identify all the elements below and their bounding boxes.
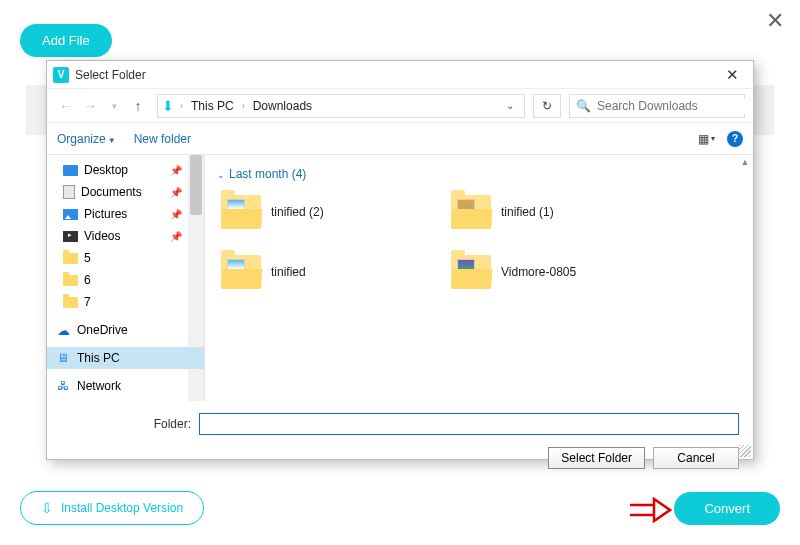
- tree-desktop[interactable]: Desktop📌: [47, 159, 204, 181]
- folder-content-pane: ▲ ⌄Last month (4) tinified (2) tinified …: [205, 155, 753, 401]
- breadcrumb[interactable]: ⬇ › This PC › Downloads ⌄: [157, 94, 525, 118]
- add-file-button[interactable]: Add File: [20, 24, 112, 57]
- dialog-close-icon[interactable]: ✕: [718, 64, 747, 86]
- documents-icon: [63, 185, 75, 199]
- organize-menu[interactable]: Organize▼: [57, 132, 116, 146]
- annotation-arrow-icon: [628, 497, 672, 523]
- folder-icon: [63, 275, 78, 286]
- chevron-down-icon: ▼: [108, 136, 116, 145]
- tree-pictures[interactable]: Pictures📌: [47, 203, 204, 225]
- videos-icon: [63, 231, 78, 242]
- cancel-button[interactable]: Cancel: [653, 447, 739, 469]
- svg-marker-2: [654, 499, 670, 521]
- folder-label: tinified: [271, 265, 306, 279]
- search-box[interactable]: 🔍: [569, 94, 745, 118]
- chevron-right-icon: ›: [178, 101, 185, 111]
- search-icon: 🔍: [576, 99, 591, 113]
- folder-icon: [63, 253, 78, 264]
- nav-back-icon[interactable]: ←: [55, 95, 77, 117]
- folder-item[interactable]: tinified: [217, 251, 447, 293]
- folder-name-input[interactable]: [199, 413, 739, 435]
- nav-forward-icon[interactable]: →: [79, 95, 101, 117]
- breadcrumb-segment[interactable]: This PC: [187, 97, 238, 115]
- pin-icon: 📌: [170, 165, 182, 176]
- downloads-path-icon: ⬇: [162, 98, 174, 114]
- folder-field-label: Folder:: [61, 417, 191, 431]
- search-input[interactable]: [597, 99, 747, 113]
- resize-grip-icon[interactable]: [739, 445, 751, 457]
- nav-recent-dropdown-icon[interactable]: ▾: [103, 95, 125, 117]
- install-desktop-button[interactable]: ⇩ Install Desktop Version: [20, 491, 204, 525]
- download-icon: ⇩: [41, 500, 53, 516]
- tree-documents[interactable]: Documents📌: [47, 181, 204, 203]
- path-dropdown-icon[interactable]: ⌄: [500, 100, 520, 111]
- tree-videos[interactable]: Videos📌: [47, 225, 204, 247]
- tree-onedrive[interactable]: ☁OneDrive: [47, 319, 204, 341]
- tree-this-pc[interactable]: 🖥This PC: [47, 347, 204, 369]
- pin-icon: 📌: [170, 209, 182, 220]
- refresh-button[interactable]: ↻: [533, 94, 561, 118]
- pin-icon: 📌: [170, 231, 182, 242]
- folder-icon: [221, 255, 261, 289]
- content-scroll-up-icon[interactable]: ▲: [737, 155, 753, 169]
- app-logo-icon: V: [53, 67, 69, 83]
- new-folder-button[interactable]: New folder: [134, 132, 191, 146]
- chevron-right-icon: ›: [240, 101, 247, 111]
- network-icon: 🖧: [55, 379, 71, 393]
- dialog-titlebar: V Select Folder ✕: [47, 61, 753, 89]
- chevron-down-icon: ⌄: [217, 170, 225, 180]
- desktop-icon: [63, 165, 78, 176]
- tree-folder-5[interactable]: 5: [47, 247, 204, 269]
- folder-icon: [451, 195, 491, 229]
- dialog-navbar: ← → ▾ ↑ ⬇ › This PC › Downloads ⌄ ↻ 🔍: [47, 89, 753, 123]
- folder-item[interactable]: tinified (1): [447, 191, 677, 233]
- nav-tree: Desktop📌 Documents📌 Pictures📌 Videos📌 5 …: [47, 155, 205, 401]
- help-icon[interactable]: ?: [727, 131, 743, 147]
- folder-icon: [221, 195, 261, 229]
- dialog-title: Select Folder: [75, 68, 718, 82]
- onedrive-icon: ☁: [55, 323, 71, 337]
- folder-label: Vidmore-0805: [501, 265, 576, 279]
- tree-folder-6[interactable]: 6: [47, 269, 204, 291]
- select-folder-dialog: V Select Folder ✕ ← → ▾ ↑ ⬇ › This PC › …: [46, 60, 754, 460]
- folder-icon: [451, 255, 491, 289]
- select-folder-button[interactable]: Select Folder: [548, 447, 645, 469]
- folder-label: tinified (2): [271, 205, 324, 219]
- folder-item[interactable]: tinified (2): [217, 191, 447, 233]
- folder-icon: [63, 297, 78, 308]
- view-options-button[interactable]: ▦▾: [698, 132, 715, 146]
- folder-label: tinified (1): [501, 205, 554, 219]
- tree-network[interactable]: 🖧Network: [47, 375, 204, 397]
- app-close-icon[interactable]: ✕: [756, 4, 794, 38]
- convert-button[interactable]: Convert: [674, 492, 780, 525]
- breadcrumb-segment[interactable]: Downloads: [249, 97, 316, 115]
- dialog-footer: Folder: Select Folder Cancel: [47, 401, 753, 477]
- dialog-toolbar: Organize▼ New folder ▦▾ ?: [47, 123, 753, 155]
- pc-icon: 🖥: [55, 351, 71, 365]
- pictures-icon: [63, 209, 78, 220]
- folder-item[interactable]: Vidmore-0805: [447, 251, 677, 293]
- nav-up-icon[interactable]: ↑: [127, 95, 149, 117]
- group-header[interactable]: ⌄Last month (4): [217, 167, 741, 181]
- tree-folder-7[interactable]: 7: [47, 291, 204, 313]
- pin-icon: 📌: [170, 187, 182, 198]
